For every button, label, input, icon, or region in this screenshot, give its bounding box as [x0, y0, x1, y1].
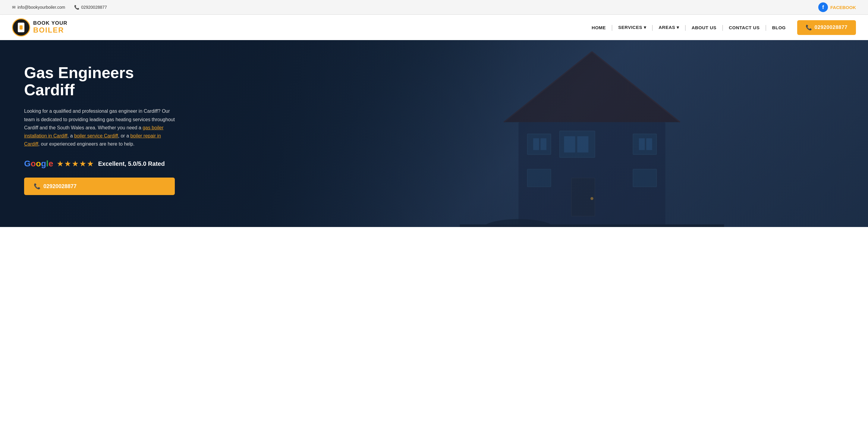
topbar-phone[interactable]: 02920028877 — [81, 5, 107, 10]
nav-cta-number: 02920028877 — [814, 24, 847, 30]
hero-cta-number: 02920028877 — [43, 183, 76, 190]
g-letter-l: l — [46, 159, 49, 168]
logo-icon-inner — [18, 23, 24, 32]
nav-cta-button[interactable]: 📞 02920028877 — [797, 20, 856, 35]
hero-desc-mid1: , a — [67, 133, 74, 138]
nav-about[interactable]: ABOUT US — [686, 23, 722, 32]
navbar: BOOK YOUR BOILER HOME | SERVICES ▾ | ARE… — [0, 15, 868, 40]
logo-top-text: BOOK YOUR — [33, 21, 67, 26]
facebook-icon: f — [818, 2, 828, 12]
hero-desc-mid2: , or a — [118, 133, 130, 138]
nav-areas[interactable]: AREAS ▾ — [653, 23, 684, 32]
nav-home[interactable]: HOME — [586, 23, 611, 32]
email-icon: ✉ — [12, 5, 16, 10]
g-letter-o1: o — [31, 159, 36, 168]
nav-links: HOME | SERVICES ▾ | AREAS ▾ | ABOUT US |… — [586, 20, 856, 35]
nav-item-contact: CONTACT US — [723, 23, 765, 32]
hero-section: Gas Engineers Cardiff Looking for a qual… — [0, 40, 868, 227]
email-item: ✉ info@bookyourboiler.com — [12, 5, 65, 10]
facebook-link[interactable]: f FACEBOOK — [818, 2, 856, 12]
nav-item-about: ABOUT US — [686, 23, 722, 32]
hero-cta-phone-icon: 📞 — [34, 183, 40, 190]
nav-item-home: HOME — [586, 23, 611, 32]
g-letter-e: e — [49, 159, 53, 168]
logo[interactable]: BOOK YOUR BOILER — [12, 19, 67, 36]
logo-icon — [12, 19, 30, 36]
top-bar-contact: ✉ info@bookyourboiler.com 📞 02920028877 — [12, 5, 107, 10]
logo-bottom-text: BOILER — [33, 26, 67, 34]
phone-icon: 📞 — [74, 5, 79, 10]
g-letter-g2: g — [41, 159, 46, 168]
top-bar: ✉ info@bookyourboiler.com 📞 02920028877 … — [0, 0, 868, 15]
nav-item-blog: BLOG — [767, 23, 791, 32]
facebook-label: FACEBOOK — [830, 5, 856, 10]
logo-text: BOOK YOUR BOILER — [33, 21, 67, 34]
hero-content: Gas Engineers Cardiff Looking for a qual… — [0, 40, 187, 213]
hero-link-service[interactable]: boiler service Cardiff — [74, 133, 118, 138]
google-logo: Google — [24, 159, 53, 168]
nav-blog[interactable]: BLOG — [767, 23, 791, 32]
nav-cta-item: 📞 02920028877 — [791, 20, 856, 35]
google-rating: Google ★★★★★ Excellent, 5.0/5.0 Rated — [24, 159, 175, 168]
nav-services[interactable]: SERVICES ▾ — [613, 23, 652, 32]
social-links: f FACEBOOK — [818, 2, 856, 12]
hero-description: Looking for a qualified and professional… — [24, 107, 175, 148]
g-letter-o2: o — [36, 159, 41, 168]
rating-text: Excellent, 5.0/5.0 Rated — [98, 160, 164, 167]
nav-item-services: SERVICES ▾ — [613, 23, 652, 32]
hero-title: Gas Engineers Cardiff — [24, 64, 175, 99]
nav-cta-phone-icon: 📞 — [806, 24, 812, 31]
g-letter-g: G — [24, 159, 31, 168]
hero-desc-end: , our experienced engineers are here to … — [38, 142, 134, 147]
phone-item: 📞 02920028877 — [74, 5, 107, 10]
email-address[interactable]: info@bookyourboiler.com — [18, 5, 65, 10]
star-rating: ★★★★★ — [57, 159, 94, 168]
nav-item-areas: AREAS ▾ — [653, 23, 684, 32]
hero-cta-button[interactable]: 📞 02920028877 — [24, 178, 175, 195]
nav-contact[interactable]: CONTACT US — [723, 23, 765, 32]
